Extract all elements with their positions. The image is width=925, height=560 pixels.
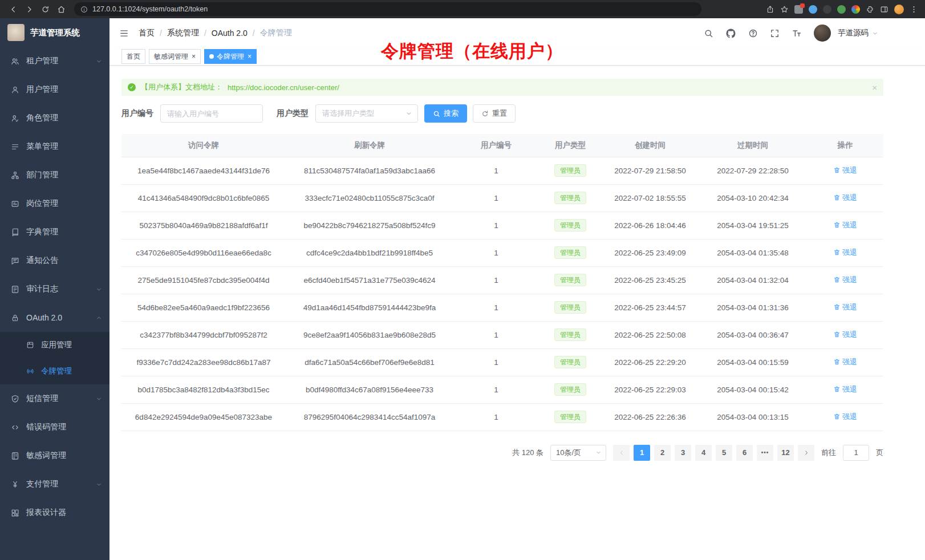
page-button-2[interactable]: 2 [654, 445, 671, 461]
extension-icon[interactable] [823, 5, 831, 14]
user-type-badge: 管理员 [554, 219, 586, 232]
breadcrumb-item[interactable]: 系统管理 [167, 28, 199, 38]
side-panel-icon[interactable] [880, 5, 889, 14]
user-id-cell: 1 [453, 266, 539, 294]
browser-chrome: 127.0.0.1:1024/system/oauth2/token [0, 0, 925, 18]
browser-profile-avatar[interactable] [894, 5, 904, 14]
extension-icon[interactable] [794, 5, 803, 14]
browser-home-icon[interactable] [54, 2, 68, 16]
breadcrumb-item[interactable]: 首页 [139, 28, 155, 38]
page-button-12[interactable]: 12 [777, 445, 794, 461]
sidebar-item-audit-log[interactable]: 审计日志 [0, 275, 109, 303]
extensions-puzzle-icon[interactable] [866, 5, 874, 14]
breadcrumb-item[interactable]: OAuth 2.0 [212, 29, 248, 38]
alert-link[interactable]: https://doc.iocoder.cn/user-center/ [228, 83, 339, 92]
sidebar-item-report-designer[interactable]: 报表设计器 [0, 498, 109, 527]
prev-page-button[interactable] [613, 445, 630, 461]
user-id-cell: 1 [453, 321, 539, 348]
pagination: 共 120 条 10条/页 123456•••12 前往 页 [121, 445, 883, 461]
action-cell: 强退 [807, 184, 883, 212]
browser-forward-icon[interactable] [22, 2, 36, 16]
sidebar-toggle-icon[interactable] [119, 29, 129, 38]
share-icon[interactable] [766, 5, 774, 14]
force-logout-button[interactable]: 强退 [833, 165, 857, 176]
browser-menu-icon[interactable] [910, 5, 918, 14]
user-type-badge: 管理员 [554, 164, 586, 177]
next-page-button[interactable] [798, 445, 814, 461]
refresh-token-cell: e6cfd40eb1f54571a31e775e039c4624 [286, 266, 453, 294]
extension-icon[interactable] [809, 5, 817, 14]
docs-help-icon[interactable] [748, 29, 758, 38]
force-logout-button[interactable]: 强退 [833, 220, 857, 230]
force-logout-button[interactable]: 强退 [833, 412, 857, 422]
column-header: 访问令牌 [121, 134, 286, 157]
extension-icon[interactable] [851, 5, 860, 14]
tag-token[interactable]: 令牌管理× [204, 49, 257, 64]
extension-icon[interactable] [837, 5, 846, 14]
force-logout-button[interactable]: 强退 [833, 357, 857, 367]
sidebar-item-role-management[interactable]: 角色管理 [0, 104, 109, 132]
address-bar[interactable]: 127.0.0.1:1024/system/oauth2/token [74, 2, 701, 16]
page-button-5[interactable]: 5 [716, 445, 732, 461]
sidebar-item-label: 报表设计器 [26, 508, 66, 518]
sidebar-item-dept-management[interactable]: 部门管理 [0, 161, 109, 189]
browser-back-icon[interactable] [6, 2, 21, 16]
sidebar-item-pay-management[interactable]: 支付管理 [0, 470, 109, 498]
tag-close-icon[interactable]: × [192, 53, 196, 60]
user-menu[interactable]: 芋道源码 [838, 28, 878, 38]
sidebar-item-menu-management[interactable]: 菜单管理 [0, 132, 109, 161]
force-logout-button[interactable]: 强退 [833, 384, 857, 395]
page-button-1[interactable]: 1 [634, 445, 650, 461]
sidebar-item-tenant-management[interactable]: 租户管理 [0, 47, 109, 75]
sidebar-item-post-management[interactable]: 岗位管理 [0, 189, 109, 218]
column-header: 用户类型 [539, 134, 602, 157]
page-button-6[interactable]: 6 [736, 445, 753, 461]
access-token-cell: c342377bf8b344799dcbf7bf095287f2 [121, 321, 286, 348]
search-button[interactable]: 搜索 [424, 104, 467, 123]
sidebar-item-error-code-management[interactable]: 错误码管理 [0, 413, 109, 441]
expire-time-cell: 2022-07-29 22:28:50 [699, 157, 807, 184]
access-token-cell: 54d6be82ee5a460a9aedc1f9bf223656 [121, 294, 286, 321]
sidebar-item-label: 部门管理 [26, 170, 58, 180]
expire-time-cell: 2054-03-04 01:32:04 [699, 266, 807, 294]
force-logout-button[interactable]: 强退 [833, 275, 857, 285]
sidebar-item-sensitive-word-management[interactable]: 敏感词管理 [0, 441, 109, 470]
page-size-select[interactable]: 10条/页 [550, 445, 606, 461]
user-id-cell: 1 [453, 212, 539, 239]
sidebar-item-dict-management[interactable]: 字典管理 [0, 218, 109, 246]
user-type-label: 用户类型 [277, 108, 309, 119]
tag-close-icon[interactable]: × [248, 53, 251, 60]
page-button-3[interactable]: 3 [675, 445, 691, 461]
bookmark-star-icon[interactable] [780, 5, 789, 14]
browser-reload-icon[interactable] [38, 2, 52, 16]
delete-icon [833, 194, 841, 201]
breadcrumb-separator: / [253, 29, 255, 38]
goto-page-input[interactable] [843, 445, 869, 461]
page-button-4[interactable]: 4 [695, 445, 712, 461]
tag-home[interactable]: 首页 [121, 49, 145, 64]
reset-button[interactable]: 重置 [473, 104, 516, 123]
force-logout-button[interactable]: 强退 [833, 330, 857, 340]
search-icon[interactable] [704, 29, 713, 38]
alert-close-icon[interactable]: × [872, 83, 877, 92]
sidebar-item-oauth2[interactable]: OAuth 2.0 [0, 303, 109, 332]
tag-sensitive-word[interactable]: 敏感词管理× [149, 49, 201, 64]
force-logout-button[interactable]: 强退 [833, 193, 857, 203]
force-logout-button[interactable]: 强退 [833, 247, 857, 258]
fullscreen-icon[interactable] [770, 29, 780, 38]
page-ellipsis[interactable]: ••• [757, 445, 773, 461]
github-icon[interactable] [725, 28, 736, 39]
sidebar-subitem-app-management[interactable]: 应用管理 [0, 332, 109, 358]
force-logout-button[interactable]: 强退 [833, 302, 857, 313]
site-info-icon[interactable] [80, 6, 88, 13]
user-type-select[interactable]: 请选择用户类型 [315, 104, 418, 123]
sidebar-item-sms-management[interactable]: 短信管理 [0, 384, 109, 413]
submenu-oauth2: 应用管理令牌管理 [0, 332, 109, 384]
user-id-input[interactable] [160, 104, 263, 123]
font-size-icon[interactable] [792, 28, 802, 38]
sidebar-subitem-token-management[interactable]: 令牌管理 [0, 358, 109, 384]
user-avatar[interactable] [814, 25, 831, 42]
sidebar-item-notice-management[interactable]: 通知公告 [0, 246, 109, 275]
sidebar-item-user-management[interactable]: 用户管理 [0, 75, 109, 104]
app-logo[interactable]: 芋道管理系统 [0, 18, 109, 47]
